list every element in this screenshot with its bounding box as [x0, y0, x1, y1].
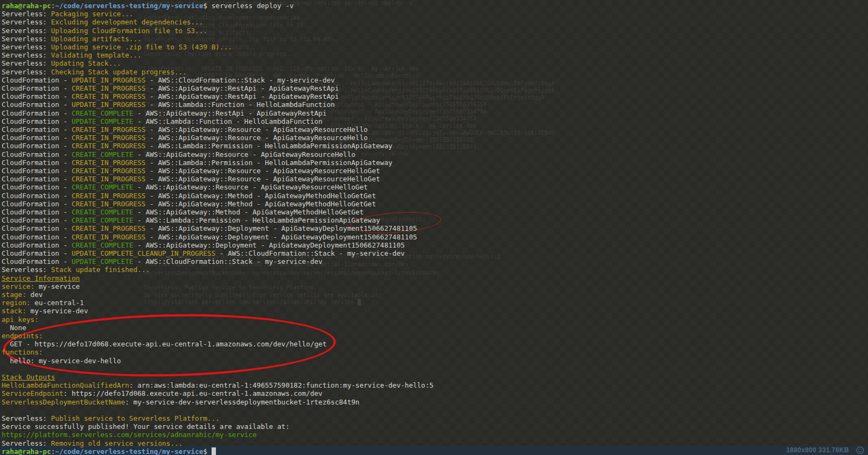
terminal-line: https://platform.serverless.com/services…	[2, 431, 257, 439]
terminal-segment: CloudFormation -	[2, 216, 72, 224]
terminal-line: Serverless: Publish service to Serverles…	[2, 414, 220, 422]
terminal-segment: ServerlessDeploymentBucketName	[2, 398, 125, 406]
terminal-line: CloudFormation - CREATE_IN_PROGRESS - AW…	[2, 192, 376, 200]
terminal-segment: CloudFormation -	[2, 142, 72, 150]
terminal-line: Service Information	[2, 274, 80, 282]
terminal-segment: region:	[2, 299, 30, 307]
terminal-segment: Serverless:	[2, 439, 51, 447]
terminal-segment: CloudFormation -	[2, 192, 72, 200]
terminal-line: CloudFormation - CREATE_IN_PROGRESS - AW…	[2, 224, 417, 232]
terminal-segment: Stack update finished...	[51, 266, 150, 274]
terminal-line: CloudFormation - CREATE_IN_PROGRESS - AW…	[2, 134, 368, 142]
terminal-segment: hello: my-service-dev-hello	[2, 357, 121, 365]
terminal-segment: CREATE_IN_PROGRESS	[72, 125, 145, 134]
terminal-segment: Serverless:	[2, 59, 51, 67]
terminal-segment: stage:	[2, 290, 27, 299]
terminal-segment: : https://defo17d068.execute-api.eu-cent…	[63, 389, 323, 397]
terminal-line: CloudFormation - CREATE_IN_PROGRESS - AW…	[2, 92, 339, 100]
terminal-segment: Serverless:	[2, 68, 51, 76]
terminal-segment: CREATE_IN_PROGRESS	[72, 175, 145, 183]
terminal-line: raha@raha-pc:~/code/serverless-testing/m…	[2, 447, 216, 455]
terminal-segment: api keys:	[2, 315, 39, 324]
terminal-segment: - AWS::ApiGateway::RestApi - ApiGatewayR…	[145, 92, 339, 100]
terminal-segment: CREATE_COMPLETE	[72, 208, 133, 216]
terminal-line: CloudFormation - CREATE_IN_PROGRESS - AW…	[2, 175, 380, 183]
terminal-segment: CloudFormation -	[2, 100, 72, 109]
terminal-segment: - AWS::ApiGateway::Method - ApiGatewayMe…	[145, 200, 376, 208]
terminal-segment: functions:	[2, 348, 43, 356]
terminal-segment: my-service	[35, 282, 80, 290]
terminal-segment: CREATE_COMPLETE	[72, 109, 133, 117]
terminal-segment: ServiceEndpoint	[2, 389, 63, 397]
terminal-line: ServiceEndpoint: https://defo17d068.exec…	[2, 389, 322, 397]
terminal-segment: - AWS::Lambda::Function - HelloLambdaFun…	[133, 117, 323, 125]
terminal-segment: :	[51, 2, 55, 10]
terminal-line: raha@raha-pc:~/code/serverless-testing/m…	[2, 2, 293, 10]
terminal-segment: CloudFormation -	[2, 241, 72, 249]
terminal-line: Serverless: Stack update finished...	[2, 266, 150, 274]
terminal-segment: CREATE_IN_PROGRESS	[72, 84, 145, 92]
terminal-line: service: my-service	[2, 282, 80, 290]
terminal-segment: - AWS::CloudFormation::Stack - my-servic…	[133, 257, 323, 266]
terminal-segment: CloudFormation -	[2, 150, 72, 159]
terminal-segment: Serverless:	[2, 266, 51, 274]
terminal-segment: - AWS::ApiGateway::RestApi - ApiGatewayR…	[145, 84, 339, 92]
terminal-segment: UPDATE_IN_PROGRESS	[72, 76, 145, 84]
terminal-segment: Updating Stack...	[51, 59, 121, 67]
terminal-line: ServerlessDeploymentBucketName: my-servi…	[2, 398, 360, 406]
terminal-segment: Removing old service versions...	[51, 439, 183, 447]
terminal-segment: eu-central-1	[30, 299, 84, 307]
terminal-segment: CloudFormation -	[2, 159, 72, 167]
terminal-segment: - AWS::ApiGateway::Resource - ApiGateway…	[145, 175, 380, 183]
terminal-line: None	[2, 324, 27, 332]
terminal-segment: CloudFormation -	[2, 134, 72, 142]
terminal-segment: stack:	[2, 307, 27, 315]
terminal-line: Serverless: Uploading service .zip file …	[2, 43, 232, 51]
terminal-segment: dev	[27, 290, 43, 299]
terminal-lines: raha@raha-pc:~/code/serverless-testing/m…	[0, 0, 868, 455]
terminal-segment: CREATE_COMPLETE	[72, 241, 133, 249]
terminal-segment: CREATE_COMPLETE	[72, 216, 133, 224]
terminal-segment: UPDATE_COMPLETE	[72, 117, 133, 125]
terminal-line: Stack Outputs	[2, 373, 55, 381]
terminal-line: Serverless: Updating Stack...	[2, 59, 121, 67]
terminal-segment: Serverless:	[2, 18, 51, 26]
terminal-segment: - AWS::Lambda::Permission - HelloLambdaP…	[145, 159, 392, 167]
terminal-segment: - AWS::CloudFormation::Stack - my-servic…	[145, 76, 335, 84]
terminal-segment: CREATE_IN_PROGRESS	[72, 224, 145, 232]
terminal-segment: None	[2, 324, 27, 332]
terminal-segment: $ serverless deploy -v	[203, 2, 294, 10]
terminal-segment: CloudFormation -	[2, 125, 72, 134]
terminal-line: CloudFormation - UPDATE_COMPLETE - AWS::…	[2, 117, 322, 125]
terminal-segment: my-service-dev	[27, 307, 88, 315]
terminal-segment: - AWS::ApiGateway::Resource - ApiGateway…	[133, 183, 368, 191]
terminal-segment: - AWS::ApiGateway::Deployment - ApiGatew…	[145, 233, 417, 241]
terminal-segment: - AWS::CloudFormation::Stack - my-servic…	[215, 249, 405, 257]
terminal-segment: CloudFormation -	[2, 208, 72, 216]
terminal-segment: CloudFormation -	[2, 183, 72, 191]
terminal-segment: CREATE_IN_PROGRESS	[72, 192, 145, 200]
terminal-line: hello: my-service-dev-hello	[2, 357, 121, 365]
terminal-segment: CloudFormation -	[2, 175, 72, 183]
terminal-segment: CREATE_COMPLETE	[72, 150, 133, 159]
terminal-line: Serverless: Validating template...	[2, 51, 142, 59]
terminal-segment: Uploading artifacts...	[51, 35, 142, 43]
terminal-line: Service successfully published! Your ser…	[2, 422, 290, 431]
terminal-line: CloudFormation - CREATE_COMPLETE - AWS::…	[2, 241, 405, 249]
terminal-segment: Publish service to Serverless Platform..…	[51, 414, 220, 422]
terminal-line: CloudFormation - CREATE_COMPLETE - AWS::…	[2, 216, 380, 224]
terminal-line: CloudFormation - CREATE_IN_PROGRESS - AW…	[2, 200, 376, 208]
terminal-segment: : arn:aws:lambda:eu-central-1:4965575901…	[129, 381, 433, 389]
terminal-segment: Serverless:	[2, 35, 51, 43]
terminal-segment: CloudFormation -	[2, 117, 72, 125]
terminal-segment: CREATE_IN_PROGRESS	[72, 167, 145, 175]
terminal-segment: endpoints:	[2, 332, 43, 340]
terminal-line: Serverless: Excluding development depend…	[2, 18, 203, 26]
terminal-line: Serverless: Uploading CloudFormation fil…	[2, 27, 207, 35]
terminal-segment: Serverless:	[2, 414, 51, 422]
terminal-segment: Uploading CloudFormation file to S3...	[51, 27, 207, 35]
terminal-segment: raha@raha-pc	[2, 447, 51, 455]
terminal-line: GET - https://defo17d068.execute-api.eu-…	[2, 340, 327, 348]
terminal-segment: - AWS::ApiGateway::Resource - ApiGateway…	[145, 167, 380, 175]
terminal-line: CloudFormation - CREATE_COMPLETE - AWS::…	[2, 109, 327, 117]
